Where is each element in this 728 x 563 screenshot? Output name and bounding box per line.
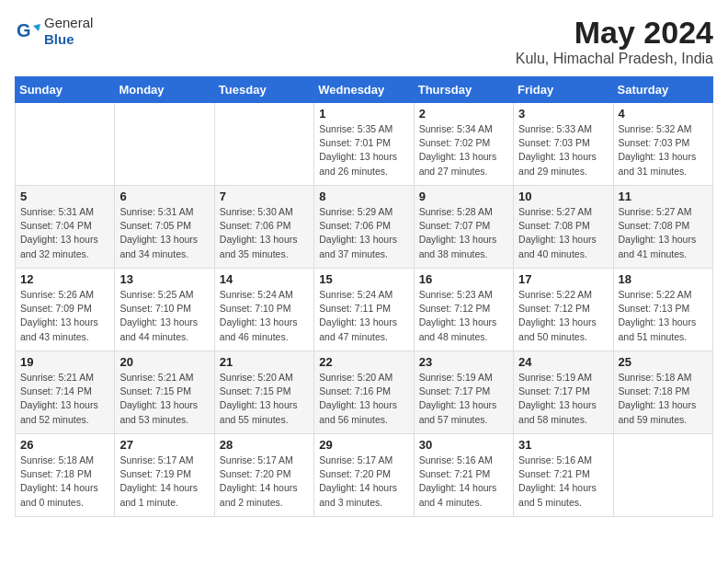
day-info: Sunrise: 5:18 AM Sunset: 7:18 PM Dayligh… <box>20 454 109 510</box>
day-number: 27 <box>119 438 209 452</box>
day-number: 26 <box>20 438 109 452</box>
table-row: 7Sunrise: 5:30 AM Sunset: 7:06 PM Daylig… <box>214 186 313 269</box>
calendar-table: Sunday Monday Tuesday Wednesday Thursday… <box>15 76 713 517</box>
table-row: 2Sunrise: 5:34 AM Sunset: 7:02 PM Daylig… <box>414 103 513 186</box>
calendar-week-row: 26Sunrise: 5:18 AM Sunset: 7:18 PM Dayli… <box>16 434 713 517</box>
day-info: Sunrise: 5:25 AM Sunset: 7:10 PM Dayligh… <box>119 288 209 344</box>
day-number: 2 <box>419 107 508 121</box>
day-info: Sunrise: 5:24 AM Sunset: 7:11 PM Dayligh… <box>319 288 408 344</box>
table-row: 27Sunrise: 5:17 AM Sunset: 7:19 PM Dayli… <box>115 434 214 517</box>
day-number: 11 <box>619 190 708 203</box>
table-row: 13Sunrise: 5:25 AM Sunset: 7:10 PM Dayli… <box>115 269 214 351</box>
calendar-week-row: 12Sunrise: 5:26 AM Sunset: 7:09 PM Dayli… <box>16 269 713 351</box>
table-row: 15Sunrise: 5:24 AM Sunset: 7:11 PM Dayli… <box>314 269 414 351</box>
day-number: 10 <box>518 190 608 203</box>
calendar-week-row: 5Sunrise: 5:31 AM Sunset: 7:04 PM Daylig… <box>16 186 713 269</box>
day-number: 22 <box>319 355 408 369</box>
day-number: 25 <box>619 355 708 369</box>
day-number: 12 <box>20 272 109 286</box>
day-number: 8 <box>319 190 408 203</box>
day-number: 18 <box>619 272 708 286</box>
table-row: 29Sunrise: 5:17 AM Sunset: 7:20 PM Dayli… <box>314 434 414 517</box>
day-info: Sunrise: 5:35 AM Sunset: 7:01 PM Dayligh… <box>319 122 408 178</box>
table-row: 20Sunrise: 5:21 AM Sunset: 7:15 PM Dayli… <box>115 351 214 434</box>
day-info: Sunrise: 5:29 AM Sunset: 7:06 PM Dayligh… <box>319 205 408 261</box>
table-row: 11Sunrise: 5:27 AM Sunset: 7:08 PM Dayli… <box>613 186 712 269</box>
table-row: 26Sunrise: 5:18 AM Sunset: 7:18 PM Dayli… <box>16 434 115 517</box>
header-wednesday: Wednesday <box>314 77 414 103</box>
header-saturday: Saturday <box>613 77 712 103</box>
day-number: 23 <box>419 355 508 369</box>
day-number: 30 <box>419 438 508 452</box>
day-info: Sunrise: 5:27 AM Sunset: 7:08 PM Dayligh… <box>518 205 608 261</box>
calendar-main-title: May 2024 <box>516 15 713 51</box>
day-info: Sunrise: 5:33 AM Sunset: 7:03 PM Dayligh… <box>518 122 608 178</box>
calendar-title-area: May 2024 Kulu, Himachal Pradesh, India <box>516 15 713 67</box>
day-info: Sunrise: 5:31 AM Sunset: 7:05 PM Dayligh… <box>119 205 209 261</box>
table-row: 18Sunrise: 5:22 AM Sunset: 7:13 PM Dayli… <box>613 269 712 351</box>
day-info: Sunrise: 5:19 AM Sunset: 7:17 PM Dayligh… <box>419 371 508 427</box>
day-number: 3 <box>518 107 608 121</box>
table-row: 6Sunrise: 5:31 AM Sunset: 7:05 PM Daylig… <box>115 186 214 269</box>
table-row <box>214 103 313 186</box>
table-row: 23Sunrise: 5:19 AM Sunset: 7:17 PM Dayli… <box>414 351 513 434</box>
table-row <box>613 434 712 517</box>
day-info: Sunrise: 5:30 AM Sunset: 7:06 PM Dayligh… <box>220 205 309 261</box>
day-info: Sunrise: 5:21 AM Sunset: 7:15 PM Dayligh… <box>119 371 209 427</box>
table-row: 24Sunrise: 5:19 AM Sunset: 7:17 PM Dayli… <box>514 351 613 434</box>
day-info: Sunrise: 5:16 AM Sunset: 7:21 PM Dayligh… <box>419 454 508 510</box>
day-info: Sunrise: 5:20 AM Sunset: 7:16 PM Dayligh… <box>319 371 408 427</box>
day-number: 1 <box>319 107 408 121</box>
logo: G General Blue <box>15 15 93 48</box>
table-row: 10Sunrise: 5:27 AM Sunset: 7:08 PM Dayli… <box>514 186 613 269</box>
day-info: Sunrise: 5:22 AM Sunset: 7:13 PM Dayligh… <box>619 288 708 344</box>
header-friday: Friday <box>514 77 613 103</box>
day-number: 17 <box>518 272 608 286</box>
day-number: 6 <box>119 190 209 203</box>
table-row: 5Sunrise: 5:31 AM Sunset: 7:04 PM Daylig… <box>16 186 115 269</box>
day-number: 7 <box>220 190 309 203</box>
table-row: 17Sunrise: 5:22 AM Sunset: 7:12 PM Dayli… <box>514 269 613 351</box>
day-info: Sunrise: 5:32 AM Sunset: 7:03 PM Dayligh… <box>619 122 708 178</box>
header-tuesday: Tuesday <box>214 77 313 103</box>
day-info: Sunrise: 5:26 AM Sunset: 7:09 PM Dayligh… <box>20 288 109 344</box>
day-number: 5 <box>20 190 109 203</box>
day-number: 29 <box>319 438 408 452</box>
header-thursday: Thursday <box>414 77 513 103</box>
calendar-week-row: 1Sunrise: 5:35 AM Sunset: 7:01 PM Daylig… <box>16 103 713 186</box>
table-row: 19Sunrise: 5:21 AM Sunset: 7:14 PM Dayli… <box>16 351 115 434</box>
table-row: 16Sunrise: 5:23 AM Sunset: 7:12 PM Dayli… <box>414 269 513 351</box>
day-info: Sunrise: 5:31 AM Sunset: 7:04 PM Dayligh… <box>20 205 109 261</box>
day-number: 9 <box>419 190 508 203</box>
day-info: Sunrise: 5:24 AM Sunset: 7:10 PM Dayligh… <box>220 288 309 344</box>
calendar-subtitle: Kulu, Himachal Pradesh, India <box>516 51 713 67</box>
day-info: Sunrise: 5:18 AM Sunset: 7:18 PM Dayligh… <box>619 371 708 427</box>
table-row <box>16 103 115 186</box>
table-row: 14Sunrise: 5:24 AM Sunset: 7:10 PM Dayli… <box>214 269 313 351</box>
logo-text: General Blue <box>44 15 93 48</box>
table-row: 28Sunrise: 5:17 AM Sunset: 7:20 PM Dayli… <box>214 434 313 517</box>
logo-icon: G <box>15 20 40 42</box>
day-info: Sunrise: 5:17 AM Sunset: 7:19 PM Dayligh… <box>119 454 209 510</box>
table-row: 22Sunrise: 5:20 AM Sunset: 7:16 PM Dayli… <box>314 351 414 434</box>
page-header: G General Blue May 2024 Kulu, Himachal P… <box>15 15 713 67</box>
svg-marker-2 <box>33 24 40 31</box>
day-number: 4 <box>619 107 708 121</box>
day-info: Sunrise: 5:23 AM Sunset: 7:12 PM Dayligh… <box>419 288 508 344</box>
svg-text:G: G <box>17 20 31 40</box>
table-row: 31Sunrise: 5:16 AM Sunset: 7:21 PM Dayli… <box>514 434 613 517</box>
day-number: 14 <box>220 272 309 286</box>
day-info: Sunrise: 5:21 AM Sunset: 7:14 PM Dayligh… <box>20 371 109 427</box>
day-info: Sunrise: 5:16 AM Sunset: 7:21 PM Dayligh… <box>518 454 608 510</box>
day-info: Sunrise: 5:27 AM Sunset: 7:08 PM Dayligh… <box>619 205 708 261</box>
day-info: Sunrise: 5:34 AM Sunset: 7:02 PM Dayligh… <box>419 122 508 178</box>
day-info: Sunrise: 5:22 AM Sunset: 7:12 PM Dayligh… <box>518 288 608 344</box>
day-number: 13 <box>119 272 209 286</box>
table-row: 4Sunrise: 5:32 AM Sunset: 7:03 PM Daylig… <box>613 103 712 186</box>
table-row: 8Sunrise: 5:29 AM Sunset: 7:06 PM Daylig… <box>314 186 414 269</box>
day-number: 15 <box>319 272 408 286</box>
table-row: 3Sunrise: 5:33 AM Sunset: 7:03 PM Daylig… <box>514 103 613 186</box>
calendar-week-row: 19Sunrise: 5:21 AM Sunset: 7:14 PM Dayli… <box>16 351 713 434</box>
day-info: Sunrise: 5:17 AM Sunset: 7:20 PM Dayligh… <box>220 454 309 510</box>
table-row: 9Sunrise: 5:28 AM Sunset: 7:07 PM Daylig… <box>414 186 513 269</box>
